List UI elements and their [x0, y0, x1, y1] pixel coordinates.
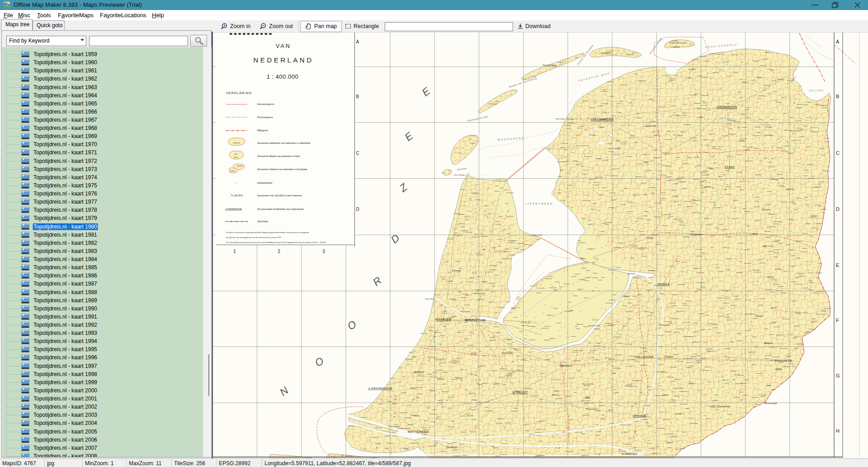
svg-text:Aalst: Aalst [235, 153, 238, 155]
svg-text:2: 2 [278, 249, 280, 254]
svg-text:Winschoten: Winschoten [790, 129, 802, 132]
svg-text:ZWOLLE: ZWOLLE [657, 283, 670, 286]
svg-text:Hoorn: Hoorn [503, 250, 509, 253]
svg-text:Harlingen: Harlingen [556, 118, 566, 120]
svg-text:Deventer: Deventer [660, 324, 670, 326]
svg-text:’s-GRAVENHAGE: ’s-GRAVENHAGE [225, 208, 242, 210]
svg-text:Hilversum: Hilversum [502, 352, 513, 354]
svg-text:Zutphen: Zutphen [665, 356, 674, 358]
svg-text:Hulpsekretarie: Hulpsekretarie [257, 181, 273, 184]
svg-text:De provinciale hoofdsteden zij: De provinciale hoofdsteden zijn onderstr… [257, 208, 304, 210]
svg-text:LEEUWARDEN: LEEUWARDEN [591, 118, 614, 121]
svg-text:UTRECHT: UTRECHT [513, 391, 528, 394]
svg-text:Ede: Ede [585, 396, 590, 399]
svg-text:LEIDEN: LEIDEN [414, 371, 424, 373]
svg-text:Delft: Delft [392, 402, 397, 405]
svg-text:Winterswijk: Winterswijk [764, 402, 778, 405]
svg-text:D: D [836, 206, 840, 212]
svg-text:Dordrecht: Dordrecht [447, 446, 458, 448]
svg-text:Tiel: Tiel [581, 433, 585, 435]
svg-text:1 : 400.000: 1 : 400.000 [267, 73, 299, 80]
svg-text:DOLLARD: DOLLARD [809, 89, 824, 92]
svg-text:TILBURG: TILBURG [231, 194, 243, 197]
svg-text:F: F [836, 318, 839, 323]
svg-text:Texel: Texel [470, 142, 475, 144]
svg-text:Ottoland: Ottoland [230, 170, 235, 172]
svg-text:Spoorweg: Spoorweg [257, 220, 268, 223]
svg-text:ROTTERDAM: ROTTERDAM [408, 430, 429, 434]
svg-text:IJSSELMEER: IJSSELMEER [525, 202, 553, 205]
svg-text:D: D [356, 207, 359, 212]
svg-text:Doetinchem: Doetinchem [717, 405, 730, 408]
svg-text:E: E [836, 262, 839, 268]
svg-text:De vaststelling op de kaart ko: De vaststelling op de kaart komt overeen… [226, 241, 326, 243]
svg-text:De grenzen zijn weergegeven na: De grenzen zijn weergegeven naar de toes… [226, 236, 281, 238]
svg-text:Enkhuizen: Enkhuizen [532, 234, 542, 236]
svg-text:Hengelo: Hengelo [764, 342, 773, 344]
svg-text:Gouda: Gouda [467, 415, 474, 417]
svg-text:3: 3 [322, 249, 325, 254]
svg-text:Kampen: Kampen [627, 272, 636, 275]
svg-text:AMSTERDAM: AMSTERDAM [465, 319, 486, 322]
svg-text:Meppel: Meppel [652, 234, 659, 236]
svg-text:Emmen: Emmen [762, 209, 770, 211]
svg-text:ENSCHEDE: ENSCHEDE [775, 359, 792, 362]
svg-text:Gemeentegrens: Gemeentegrens [257, 103, 274, 105]
svg-text:Dokkum: Dokkum [638, 80, 646, 82]
svg-text:C: C [356, 151, 359, 156]
svg-text:Katwijk: Katwijk [406, 358, 413, 360]
svg-text:Rijksgrens: Rijksgrens [257, 129, 269, 132]
svg-text:B: B [356, 94, 359, 99]
svg-text:Provinciegrens: Provinciegrens [257, 116, 273, 119]
svg-text:GRONINGEN: GRONINGEN [717, 105, 737, 109]
svg-text:De basis van de kaart wordt ge: De basis van de kaart wordt gevormd door… [226, 231, 309, 234]
svg-text:Schiermonnikoog: Schiermonnikoog [670, 42, 687, 44]
svg-text:Ameland: Ameland [601, 52, 610, 54]
svg-text:Sneek: Sneek [589, 134, 595, 136]
svg-text:Almelo: Almelo [756, 315, 764, 317]
svg-text:A: A [836, 39, 840, 44]
svg-text:Alkmaar: Alkmaar [452, 270, 461, 272]
svg-text:Veendam: Veendam [764, 134, 774, 136]
svg-text:Gemeente Lekkerkerk met sekret: Gemeente Lekkerkerk met sekretarie in Le… [257, 142, 311, 144]
svg-text:VERKLARING: VERKLARING [226, 91, 252, 95]
svg-text:Delfzijl: Delfzijl [777, 78, 784, 81]
svg-text:Purmerend: Purmerend [474, 292, 485, 295]
svg-text:VAN: VAN [276, 43, 291, 49]
svg-text:Gemeente Ottoland met sekretar: Gemeente Ottoland met sekretarie in Goud… [257, 168, 307, 171]
svg-text:Goudriaan: Goudriaan [237, 165, 243, 167]
svg-text:H: H [836, 428, 840, 434]
svg-text:1: 1 [233, 249, 236, 254]
svg-text:Terschelling: Terschelling [542, 64, 556, 67]
svg-text:’s-GRAVENHAGE: ’s-GRAVENHAGE [368, 387, 393, 390]
svg-text:B: B [836, 94, 839, 99]
svg-text:Hoogeveen: Hoogeveen [690, 234, 703, 236]
svg-text:A: A [356, 39, 359, 44]
svg-text:G: G [836, 373, 840, 378]
svg-text:Barneveld: Barneveld [583, 383, 593, 385]
svg-text:NEDERLAND: NEDERLAND [253, 56, 313, 64]
svg-text:Lekkerkerk: Lekkerkerk [233, 142, 240, 144]
svg-text:Gemeente Waalre met sekretarie: Gemeente Waalre met sekretarie in Aalst [257, 155, 300, 157]
svg-text:Drachten: Drachten [646, 125, 656, 127]
svg-text:NIJMEGEN: NIJMEGEN [621, 453, 637, 455]
svg-text:Urk: Urk [580, 257, 584, 259]
svg-text:C: C [836, 150, 840, 156]
svg-text:Waalre: Waalre [234, 157, 238, 158]
svg-text:Wageningen: Wageningen [586, 408, 598, 410]
svg-text:Den Helder: Den Helder [454, 174, 465, 176]
svg-text:ASSEN: ASSEN [725, 166, 735, 168]
svg-text:APELDOORN: APELDOORN [635, 356, 654, 358]
svg-text:Vlieland: Vlieland [489, 103, 497, 105]
svg-text:ARNHEM: ARNHEM [632, 415, 646, 417]
svg-text:Gemeenten met 100.000 of meer: Gemeenten met 100.000 of meer inwoners [257, 194, 302, 197]
svg-text:Ketelmeer: Ketelmeer [609, 269, 617, 271]
svg-text:Vlaardingen: Vlaardingen [388, 426, 400, 428]
svg-text:HAARLEM: HAARLEM [436, 318, 452, 321]
svg-text:IJmuiden: IJmuiden [425, 298, 434, 300]
svg-text:Zaandam: Zaandam [461, 310, 471, 313]
svg-text:Coevorden: Coevorden [763, 245, 774, 247]
svg-text:Schiedam: Schiedam [401, 428, 411, 429]
svg-text:Amersfoort: Amersfoort [560, 365, 572, 367]
svg-text:Harderwijk: Harderwijk [589, 324, 600, 327]
